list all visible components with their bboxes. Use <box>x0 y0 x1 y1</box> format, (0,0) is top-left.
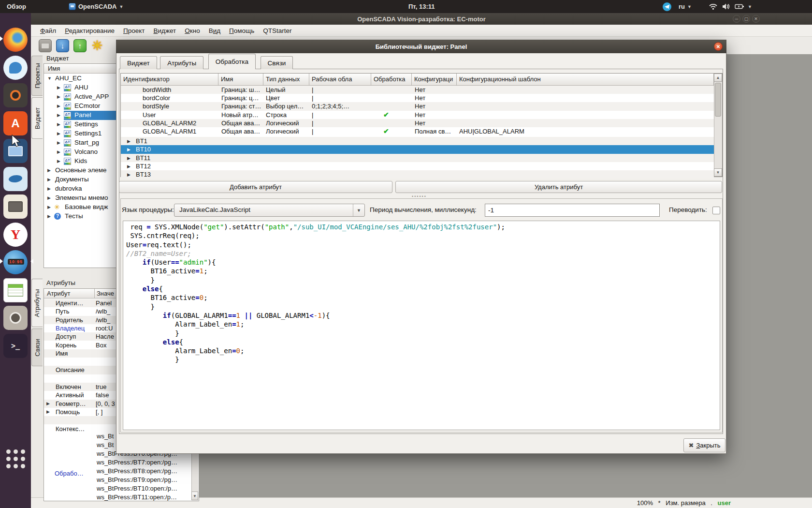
yandex-letter: Y <box>11 227 20 242</box>
volume-icon[interactable] <box>722 0 730 13</box>
terminal-icon[interactable]: >_ <box>3 334 28 358</box>
battery-icon[interactable]: ▼ <box>735 0 752 13</box>
expand-icon[interactable]: ▶ <box>46 409 50 414</box>
attr-panel-title: Атрибуты <box>46 279 75 286</box>
attr-row-processing-label[interactable]: Обрабо… <box>55 470 84 477</box>
tree-expand-icon[interactable]: ▶ <box>47 186 51 191</box>
widget-icon: ΔT <box>64 93 71 101</box>
screenshot-shape <box>10 90 21 101</box>
terminal-letter: >_ <box>11 342 20 350</box>
side-tab-Виджет[interactable]: Виджет <box>31 97 43 139</box>
attr-col-header-name[interactable]: Атрибут <box>44 289 94 299</box>
grid-dot <box>6 449 11 454</box>
chevron-down-icon: ▼ <box>119 4 123 9</box>
yandex-icon[interactable]: Y <box>3 223 28 247</box>
tree-item-label: Основные элеме <box>55 166 107 174</box>
expand-icon[interactable]: ▶ <box>46 401 50 406</box>
desktop: OpenSCADA Vision-разработка: EC-motor ─ … <box>0 0 812 508</box>
tree-item-label: Settings <box>74 120 98 128</box>
launcher-dock: AY10:95>_ <box>0 13 31 508</box>
chevron-down-icon: ▼ <box>748 4 752 9</box>
tree-expand-icon[interactable]: ▶ <box>57 140 60 145</box>
openscada-clock-badge: 10:95 <box>8 259 24 265</box>
widget-icon: ΔT <box>64 130 71 137</box>
gimp-shape <box>10 312 21 324</box>
mouse-cursor <box>11 134 21 147</box>
show-applications-icon[interactable] <box>4 448 27 470</box>
paper-plane-icon <box>664 4 670 10</box>
tree-expand-icon[interactable]: ▶ <box>47 177 51 182</box>
tree-expand-icon[interactable]: ▶ <box>57 113 60 118</box>
tree-expand-icon[interactable]: ▶ <box>57 85 60 90</box>
processing-value-line: ws_BtPress:/BT11:open:/p… <box>97 493 191 502</box>
tree-expand-icon[interactable]: ▶ <box>47 214 51 219</box>
screenshot-icon[interactable] <box>3 83 28 107</box>
attr-name: Иденти… <box>56 299 94 307</box>
widget-icon: ΔT <box>64 103 71 110</box>
tree-item-label: Active_APP <box>74 93 109 100</box>
widget-icon: ΔT <box>64 149 71 156</box>
gimp-icon[interactable] <box>3 306 28 330</box>
side-tab-Атрибуты[interactable]: Атрибуты <box>31 279 43 327</box>
tree-expand-icon[interactable]: ▶ <box>47 205 51 209</box>
tree-expand-icon[interactable]: ▶ <box>57 131 60 136</box>
tree-expand-icon[interactable]: ▶ <box>57 104 60 108</box>
attr-name: Включен <box>56 383 94 390</box>
app-menu-button[interactable]: OpenSCADA ▼ <box>69 0 123 13</box>
tree-expand-icon[interactable]: ▶ <box>57 149 60 154</box>
openscada-icon[interactable]: 10:95 <box>3 250 28 274</box>
software-icon[interactable]: A <box>3 111 28 135</box>
focused-indicator <box>28 259 33 264</box>
activities-button[interactable]: Обзор <box>7 0 26 13</box>
processing-value-line: ws_BtPress:/BT8:open:/pg… <box>97 467 191 476</box>
tree-item-label: AHU <box>74 84 88 91</box>
attr-name: Путь <box>56 308 94 315</box>
dialog-titlebar[interactable]: Библиотечный виджет: Panel <box>116 40 726 53</box>
widget-icon: ΔT <box>64 112 71 119</box>
grid-dot <box>14 449 18 454</box>
tree-item-label: Kids <box>74 157 87 164</box>
question-icon: ? <box>54 213 61 220</box>
running-indicator <box>0 36 5 41</box>
thunderbird-icon[interactable] <box>3 56 28 80</box>
tree-expand-icon[interactable]: ▶ <box>57 122 60 127</box>
software-letter: A <box>11 117 19 130</box>
clock[interactable]: Пт, 13:11 <box>408 0 435 13</box>
side-tab-Проекты[interactable]: Проекты <box>31 56 43 96</box>
tree-expand-icon[interactable]: ▶ <box>57 94 60 99</box>
attr-name: Владелец <box>56 325 94 332</box>
tree-item-label: Элементы мнемо <box>55 194 108 201</box>
scroll-down-icon[interactable]: ▼ <box>191 492 198 500</box>
tree-expand-icon[interactable]: ▶ <box>47 195 51 200</box>
attr-name: Активный <box>56 391 94 399</box>
tree-expand-icon[interactable]: ▶ <box>57 159 60 164</box>
openscada-app-icon <box>69 3 76 10</box>
wifi-icon[interactable] <box>709 0 718 13</box>
keyboard-layout-indicator[interactable]: ru ▼ <box>679 0 692 13</box>
tree-item-label: dubrovka <box>55 185 82 192</box>
tree-item-label: Settings1 <box>74 130 102 137</box>
grid-dot <box>6 464 11 468</box>
side-tab-Связи[interactable]: Связи <box>31 329 43 366</box>
tree-item-label: Start_pg <box>74 139 99 146</box>
dialog-tab-frame <box>119 69 723 434</box>
tree-collapse-icon[interactable]: ▼ <box>47 76 52 81</box>
tree-expand-icon[interactable]: ▶ <box>47 168 51 173</box>
widget-icon: ΔT <box>64 84 71 91</box>
tree-item-label: Panel <box>74 111 91 119</box>
telegram-tray-icon[interactable] <box>663 0 671 13</box>
attr-name: Родитель <box>56 316 94 324</box>
libreoffice-calc-icon[interactable] <box>3 278 28 302</box>
bluefish-icon[interactable] <box>3 167 28 191</box>
widget-panel-title: Виджет <box>46 55 69 62</box>
grid-dot <box>21 449 25 454</box>
firefox-icon[interactable] <box>3 28 28 52</box>
widget-icon: ΔT <box>64 139 71 147</box>
grid-dot <box>14 464 18 468</box>
remote-desktop-shape <box>8 146 23 156</box>
files-icon[interactable] <box>3 194 28 219</box>
widget-icon: ΔT <box>64 158 71 165</box>
star-icon: ✳ <box>54 203 60 211</box>
dialog-close-icon[interactable]: ✕ <box>714 42 723 51</box>
processing-value-line: ws_BtPress:/BT9:open:/pg… <box>97 476 191 485</box>
